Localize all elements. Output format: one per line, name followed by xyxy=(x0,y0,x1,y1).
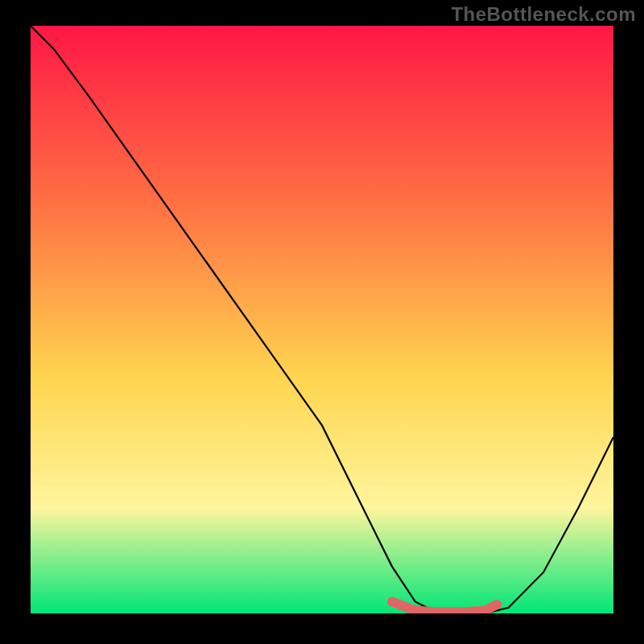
plot-area xyxy=(31,26,613,613)
chart-container: TheBottleneck.com xyxy=(0,0,644,644)
gradient-background xyxy=(31,26,613,613)
watermark-text: TheBottleneck.com xyxy=(451,3,636,26)
chart-svg xyxy=(31,26,613,613)
